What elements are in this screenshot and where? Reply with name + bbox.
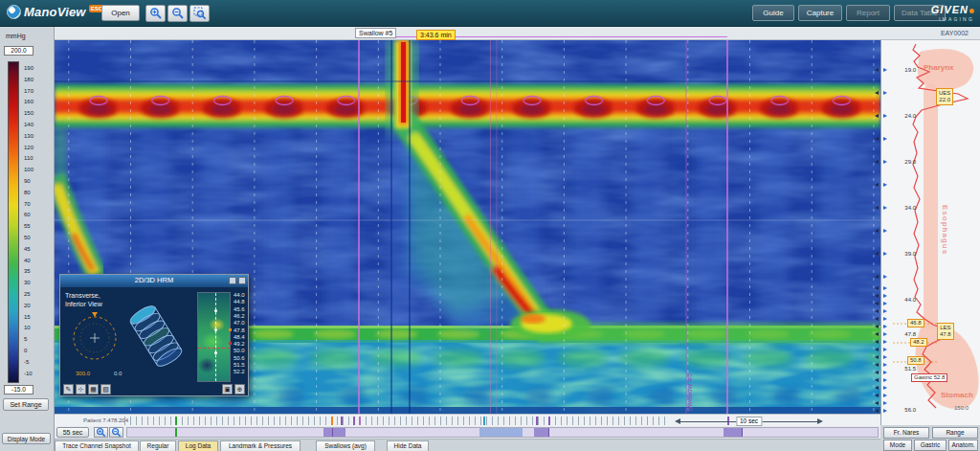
layout-tool-button[interactable]: ▧ xyxy=(100,384,111,395)
scale-tick-label: 15 xyxy=(21,314,44,321)
plot-edge-marker-icon xyxy=(875,114,879,118)
panel-button-row-1: Fr. Nares Range xyxy=(881,426,980,439)
inset-depth-label: 48.4 xyxy=(234,334,250,340)
time-window-button[interactable]: 55 sec xyxy=(56,427,89,438)
depth-tick-label: 29.0 xyxy=(891,159,916,166)
inset-zoom-button[interactable]: ⊕ xyxy=(234,384,245,395)
plot-edge-marker-icon xyxy=(875,348,879,351)
timeline-zoom-out-button[interactable] xyxy=(109,427,123,438)
landmark-chip-1[interactable]: 46.8 xyxy=(907,319,924,327)
les-marker-chip[interactable]: LES47.8 xyxy=(937,323,954,340)
overview-segment-purple[interactable] xyxy=(534,428,549,437)
set-range-button[interactable]: Set Range xyxy=(3,398,49,411)
scale-min-field[interactable]: -15.0 xyxy=(4,385,33,395)
event-marker-orange[interactable] xyxy=(331,417,333,425)
zoom-region-button[interactable] xyxy=(189,5,210,22)
window-close-icon[interactable] xyxy=(238,277,246,284)
gauge-max-label: 300.0 xyxy=(76,371,90,376)
zoom-out-icon xyxy=(111,427,122,438)
anatomy-panel: 19.024.029.034.039.044.047.851.556.0 Pha… xyxy=(880,40,980,425)
event-marker-purple[interactable] xyxy=(353,417,355,425)
window-minimize-icon[interactable] xyxy=(229,277,236,284)
landmark-chip-3[interactable]: 50.8 xyxy=(907,356,924,365)
scale-tick-label: 30 xyxy=(21,280,44,286)
capture-button[interactable]: Capture xyxy=(798,5,842,21)
timeline-zoom-in-button[interactable] xyxy=(94,427,108,438)
overview-tick xyxy=(332,428,333,437)
plot-edge-marker-icon xyxy=(875,325,879,328)
zoom-in-icon xyxy=(96,427,106,438)
given-imaging-logo: GIVEN IMAGING xyxy=(931,4,974,24)
zoom-in-button[interactable] xyxy=(145,5,166,22)
report-button[interactable]: Report xyxy=(846,5,890,21)
timeline-overview-scrubber[interactable] xyxy=(126,427,879,438)
scale-tick-label: 20 xyxy=(21,303,44,309)
event-marker-green[interactable] xyxy=(175,417,177,425)
minimap-dot xyxy=(214,328,217,331)
window-buttons[interactable] xyxy=(229,277,246,284)
tab-hide-data[interactable]: Hide Data xyxy=(387,440,429,451)
manoview-logo-icon xyxy=(7,5,21,19)
swallow-selection-label[interactable]: Swallow #5 xyxy=(355,28,396,38)
zoom-in-icon xyxy=(149,7,163,20)
anatom-button[interactable]: Anatom. xyxy=(948,440,978,451)
hrm-3d-window[interactable]: 2D/3D HRM Transverse, Inferior View xyxy=(59,274,249,396)
pressure-minimap[interactable] xyxy=(197,292,231,382)
scale-tick-label: 55 xyxy=(21,223,44,230)
guide-button[interactable]: Guide xyxy=(752,5,794,21)
event-marker-purple[interactable] xyxy=(359,417,361,425)
ues-label: UES xyxy=(939,90,950,97)
plot-edge-marker-icon xyxy=(875,229,879,233)
tab-swallows-avg[interactable]: Swallows (avg) xyxy=(316,440,375,451)
inset-toolbar: ✎⊹▦▧ xyxy=(63,384,111,395)
open-button[interactable]: Open xyxy=(101,5,140,21)
draw-tool-button[interactable]: ✎ xyxy=(63,384,74,395)
scale-tick-label: 170 xyxy=(21,88,44,95)
main-plot-area[interactable]: Swallow #5 2D/3D HRM Transverse, Inferio… xyxy=(55,40,880,414)
gastric-button[interactable]: Gastric xyxy=(914,440,947,451)
overview-segment-purple[interactable] xyxy=(323,428,345,437)
les-depth-marker-icon xyxy=(229,328,232,331)
pressure-axis-max-label: 150.0 xyxy=(954,405,969,411)
pan-tool-button[interactable]: ⊹ xyxy=(76,384,86,395)
tab-landmark-pressures[interactable]: Landmark & Pressures xyxy=(220,440,301,451)
hrm-3d-titlebar[interactable]: 2D/3D HRM xyxy=(60,275,248,287)
display-mode-button[interactable]: Display Mode xyxy=(2,433,51,444)
manoview-window: ManoView ESO v3.3 Open Guide Capture Rep… xyxy=(0,0,980,451)
rotation-gauge xyxy=(74,312,116,359)
grid-tool-button[interactable]: ▦ xyxy=(88,384,99,395)
event-tick-strip[interactable] xyxy=(124,417,670,425)
inset-depth-label: 47.0 xyxy=(234,320,250,326)
event-marker-purple[interactable] xyxy=(536,417,538,425)
plot-edge-marker-icon xyxy=(875,275,879,279)
inset-depth-label: 50.0 xyxy=(234,348,250,353)
range-button[interactable]: Range xyxy=(932,427,978,439)
plot-edge-marker-icon xyxy=(875,394,879,397)
overview-visible-window[interactable] xyxy=(479,428,523,437)
ten-sec-ruler[interactable]: 10 sec xyxy=(675,417,823,426)
hrm-3d-title: 2D/3D HRM xyxy=(135,276,173,284)
snapshot-tool-button[interactable]: ▣ xyxy=(222,384,233,395)
tab-log-data[interactable]: Log Data xyxy=(178,440,218,451)
ues-marker-chip[interactable]: UES22.0 xyxy=(936,88,953,105)
mode-button[interactable]: Mode xyxy=(883,440,912,451)
plot-edge-marker-icon xyxy=(875,68,879,72)
event-marker-cyan[interactable] xyxy=(483,417,485,425)
landmark-chip-2[interactable]: 48.2 xyxy=(910,338,927,347)
scale-tick-label: -5 xyxy=(21,359,44,366)
zoom-out-icon xyxy=(171,7,185,20)
overview-segment-purple[interactable] xyxy=(724,428,743,437)
gauge-pointer-icon xyxy=(92,312,98,317)
gastric-marker-chip[interactable]: Gastric 52.8 xyxy=(911,373,947,382)
tab-trace-channel-snapshot[interactable]: Trace Channel Snapshot xyxy=(55,440,139,451)
zoom-out-button[interactable] xyxy=(167,5,188,22)
fr-nares-button[interactable]: Fr. Nares xyxy=(883,427,929,439)
inset-depth-label: 51.5 xyxy=(234,362,250,368)
ues-value: 22.0 xyxy=(939,97,950,103)
tab-regular[interactable]: Regular xyxy=(140,440,176,451)
event-marker-purple[interactable] xyxy=(548,417,550,425)
scale-tick-label: 140 xyxy=(21,122,44,128)
catheter-3d-mesh xyxy=(128,303,185,369)
scale-tick-label: 40 xyxy=(21,258,44,264)
event-marker-purple[interactable] xyxy=(341,417,343,425)
